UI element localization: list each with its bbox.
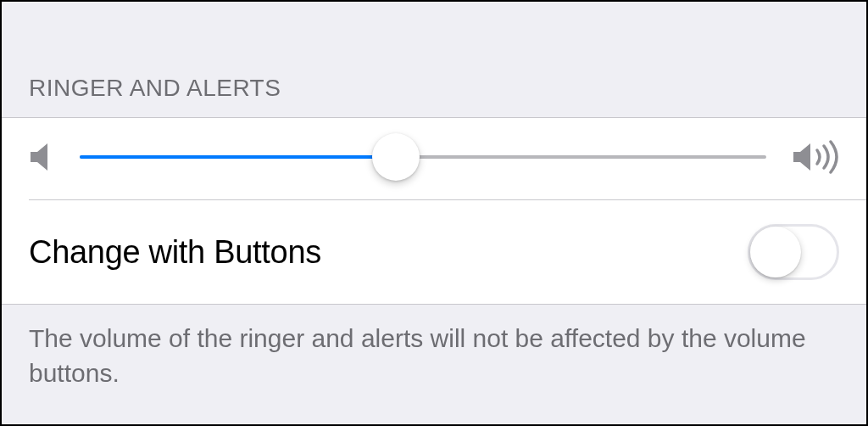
speaker-high-icon [792, 140, 839, 174]
volume-slider-wrap [29, 140, 839, 174]
volume-slider[interactable] [80, 155, 766, 159]
section-footer-text: The volume of the ringer and alerts will… [2, 305, 866, 390]
section-body: Change with Buttons [2, 117, 866, 305]
settings-panel: RINGER AND ALERTS [0, 0, 868, 426]
section-header-ringer-alerts: RINGER AND ALERTS [2, 75, 866, 117]
speaker-low-icon [29, 142, 54, 172]
change-with-buttons-row: Change with Buttons [2, 200, 866, 304]
volume-slider-row [2, 118, 866, 199]
change-with-buttons-switch[interactable] [748, 224, 839, 280]
volume-slider-fill [80, 155, 396, 159]
top-spacer [2, 2, 866, 75]
switch-knob [750, 227, 801, 277]
volume-slider-thumb[interactable] [372, 133, 420, 181]
change-with-buttons-label: Change with Buttons [29, 234, 321, 271]
